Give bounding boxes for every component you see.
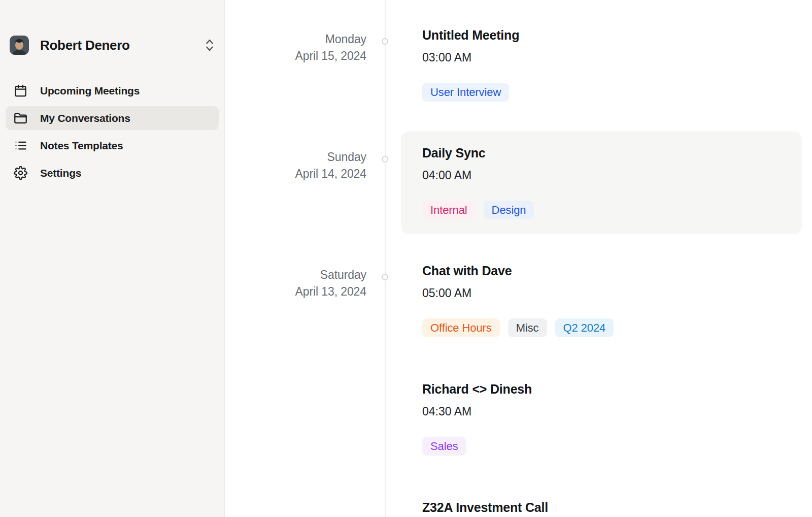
sidebar-item-settings[interactable]: Settings — [6, 161, 219, 185]
timeline-dot — [382, 156, 388, 163]
date-day: Saturday — [225, 267, 366, 283]
sidebar-item-label: Upcoming Meetings — [40, 85, 140, 97]
date-day: Monday — [225, 31, 366, 48]
timeline-group: SaturdayApril 13, 2024Chat with Dave05:0… — [225, 249, 812, 517]
meeting-title: Untitled Meeting — [422, 27, 781, 43]
tag[interactable]: Sales — [422, 437, 466, 456]
sidebar-item-label: Notes Templates — [40, 140, 123, 152]
tag[interactable]: Misc — [508, 318, 547, 337]
meeting-tags: InternalDesign — [422, 201, 781, 219]
meeting-title: Z32A Investment Call — [422, 500, 781, 515]
date-full: April 15, 2024 — [225, 48, 366, 64]
profile-switcher[interactable]: Robert Denero — [10, 36, 215, 55]
meeting-card[interactable]: Chat with Dave05:00 AMOffice HoursMiscQ2… — [401, 249, 802, 352]
meeting-time: 04:00 AM — [422, 168, 781, 183]
chevron-up-down-icon — [204, 38, 215, 53]
meeting-tags: User Interview — [422, 83, 781, 102]
date-label: SundayApril 14, 2024 — [225, 132, 366, 234]
sidebar-item-label: My Conversations — [40, 112, 130, 124]
list-icon — [14, 139, 27, 152]
gear-icon — [14, 166, 27, 180]
sidebar: Robert Denero Upcoming MeetingsMy Conver… — [0, 0, 225, 517]
tag[interactable]: Internal — [422, 201, 476, 219]
date-full: April 13, 2024 — [225, 283, 366, 300]
sidebar-item-my-conversations[interactable]: My Conversations — [6, 106, 219, 130]
meeting-title: Richard <> Dinesh — [422, 381, 781, 397]
date-label: MondayApril 15, 2024 — [225, 14, 366, 116]
timeline-group: MondayApril 15, 2024Untitled Meeting03:0… — [225, 14, 812, 116]
avatar — [10, 36, 29, 55]
meeting-card[interactable]: Richard <> Dinesh04:30 AMSales — [401, 368, 802, 470]
meeting-card[interactable]: Z32A Investment Call — [401, 486, 802, 517]
meeting-title: Chat with Dave — [422, 263, 781, 279]
tag[interactable]: Design — [484, 201, 534, 219]
profile-name: Robert Denero — [40, 38, 130, 53]
meetings-column: Untitled Meeting03:00 AMUser Interview — [401, 14, 802, 116]
meeting-tags: Office HoursMiscQ2 2024 — [422, 318, 781, 337]
sidebar-item-upcoming-meetings[interactable]: Upcoming Meetings — [6, 79, 219, 103]
meeting-card[interactable]: Untitled Meeting03:00 AMUser Interview — [401, 14, 802, 116]
timeline-dot — [382, 38, 388, 45]
timeline-group: SundayApril 14, 2024Daily Sync04:00 AMIn… — [225, 132, 812, 234]
meeting-tags: Sales — [422, 437, 781, 456]
meetings-column: Daily Sync04:00 AMInternalDesign — [401, 132, 802, 234]
meetings-column: Chat with Dave05:00 AMOffice HoursMiscQ2… — [401, 249, 802, 517]
calendar-icon — [14, 84, 27, 98]
timeline-groups: MondayApril 15, 2024Untitled Meeting03:0… — [225, 0, 812, 517]
meeting-time: 04:30 AM — [422, 404, 781, 419]
date-label: SaturdayApril 13, 2024 — [225, 249, 366, 517]
meeting-card[interactable]: Daily Sync04:00 AMInternalDesign — [401, 132, 802, 234]
meeting-title: Daily Sync — [422, 145, 781, 161]
main-content: MondayApril 15, 2024Untitled Meeting03:0… — [225, 0, 812, 517]
folder-icon — [14, 111, 27, 125]
meeting-time: 03:00 AM — [422, 50, 781, 66]
app-window: Robert Denero Upcoming MeetingsMy Conver… — [0, 0, 812, 517]
tag[interactable]: User Interview — [422, 83, 509, 102]
meeting-time: 05:00 AM — [422, 285, 781, 301]
sidebar-item-label: Settings — [40, 167, 81, 179]
tag[interactable]: Office Hours — [422, 318, 500, 337]
timeline-dot — [382, 274, 388, 280]
date-full: April 14, 2024 — [225, 166, 366, 182]
date-day: Sunday — [225, 149, 366, 166]
sidebar-nav: Upcoming MeetingsMy ConversationsNotes T… — [6, 79, 219, 185]
sidebar-item-notes-templates[interactable]: Notes Templates — [6, 134, 219, 157]
tag[interactable]: Q2 2024 — [555, 318, 614, 337]
